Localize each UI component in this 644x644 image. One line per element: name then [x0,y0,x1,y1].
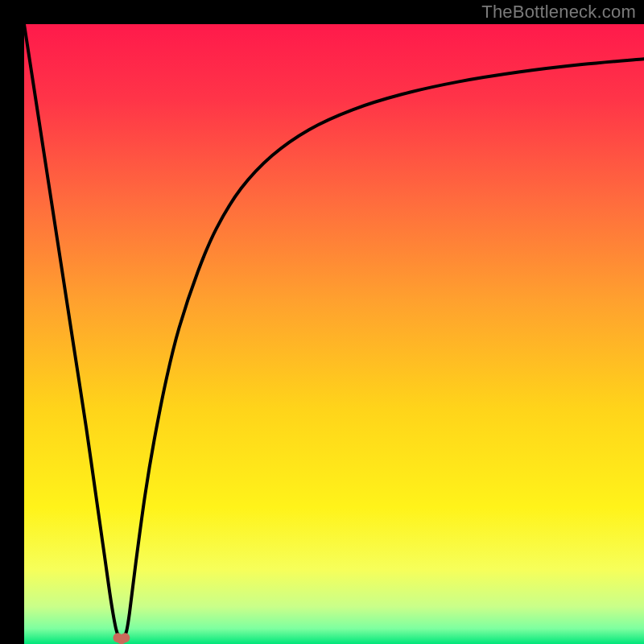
chart-svg [24,24,644,644]
watermark-text: TheBottleneck.com [481,2,636,23]
plot-area [24,24,644,644]
svg-point-1 [120,633,130,642]
figure-frame: TheBottleneck.com [0,0,644,644]
